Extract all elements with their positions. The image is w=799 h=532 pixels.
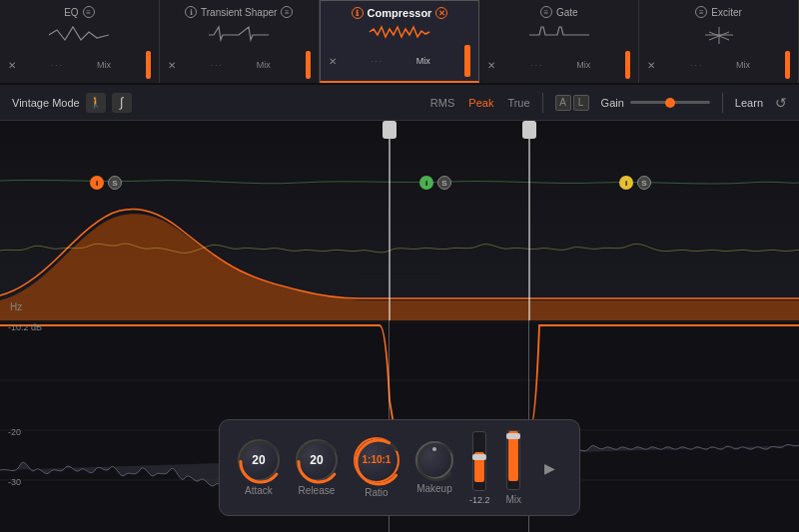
plugin-slot-eq[interactable]: EQ ≡ ✕ · · · Mix xyxy=(0,0,160,83)
spectrum-area: i S i S i S Hz xyxy=(0,121,799,320)
attack-knob-container: 20 Attack xyxy=(238,439,280,496)
transient-fader[interactable] xyxy=(306,51,311,79)
peak-button[interactable]: Peak xyxy=(468,97,493,109)
ratio-knob-container: 1:10:1 Ratio xyxy=(354,437,400,498)
vintage-curve-icon[interactable]: ∫ xyxy=(112,93,132,113)
ratio-label: Ratio xyxy=(365,487,388,498)
marker-s-2[interactable]: S xyxy=(437,176,451,190)
fader2-container: Mix xyxy=(505,430,521,505)
gate-waveform xyxy=(529,22,589,48)
marker-orange-1[interactable]: i xyxy=(90,176,104,190)
db-label-1: -10.2 dB xyxy=(8,322,42,332)
divider-1 xyxy=(542,93,543,113)
compressor-waveform xyxy=(365,19,434,45)
gain-label: Gain xyxy=(601,97,624,109)
marker-s-1[interactable]: S xyxy=(108,176,122,190)
attack-label: Attack xyxy=(245,485,273,496)
fader1-container: -12.2 xyxy=(469,431,490,505)
compressor-close-circle[interactable]: ✕ xyxy=(435,7,447,19)
l-button[interactable]: L xyxy=(573,95,589,111)
fader1-thumb[interactable] xyxy=(472,454,486,460)
marker-badge-3: i S xyxy=(619,176,651,190)
play-button[interactable]: ▶ xyxy=(537,456,561,480)
control-bar: Vintage Mode 🚶 ∫ RMS Peak True A L Gain … xyxy=(0,85,799,121)
attack-knob[interactable]: 20 xyxy=(238,439,280,481)
eq-bottom: ✕ · · · Mix xyxy=(8,51,151,79)
makeup-dot xyxy=(432,447,436,451)
gain-slider-knob[interactable] xyxy=(665,98,675,108)
svg-rect-6 xyxy=(383,121,397,139)
marker-green-2[interactable]: i xyxy=(419,176,433,190)
transient-title: ℹ Transient Shaper ≡ xyxy=(168,6,311,18)
gate-close[interactable]: ✕ xyxy=(487,60,495,71)
plugin-slot-transient[interactable]: ℹ Transient Shaper ≡ ✕ · · · Mix xyxy=(160,0,320,83)
compressor-info-icon[interactable]: ℹ xyxy=(352,7,364,19)
hz-label: Hz xyxy=(10,301,22,312)
exciter-title: ≡ Exciter xyxy=(647,6,790,18)
compressor-fader[interactable] xyxy=(464,45,470,77)
transient-waveform xyxy=(209,22,269,48)
fader2-track[interactable] xyxy=(506,430,520,490)
vintage-person-icon[interactable]: 🚶 xyxy=(86,93,106,113)
makeup-knob[interactable] xyxy=(415,441,453,479)
marker-s-3[interactable]: S xyxy=(637,176,651,190)
main-display: i S i S i S Hz xyxy=(0,121,799,532)
compressor-title: ℹ Compressor ✕ xyxy=(329,7,471,19)
fader2-label: Mix xyxy=(505,494,521,505)
svg-point-20 xyxy=(418,444,454,480)
plugin-slot-compressor[interactable]: ℹ Compressor ✕ ✕ · · · Mix xyxy=(320,0,480,83)
fader1-track[interactable] xyxy=(472,431,486,491)
exciter-close[interactable]: ✕ xyxy=(647,60,655,71)
exciter-options-icon[interactable]: ≡ xyxy=(695,6,707,18)
spectrum-svg xyxy=(0,121,799,320)
rms-peak-section: RMS Peak True xyxy=(430,97,530,109)
transient-close[interactable]: ✕ xyxy=(168,60,176,71)
refresh-icon[interactable]: ↺ xyxy=(775,95,787,111)
makeup-label: Makeup xyxy=(416,483,452,494)
ratio-knob[interactable]: 1:10:1 xyxy=(354,437,400,483)
gate-fader[interactable] xyxy=(625,51,630,79)
marker-badge-1: i S xyxy=(90,176,122,190)
plugin-slot-exciter[interactable]: ≡ Exciter ✕ · · · Mix xyxy=(639,0,799,83)
a-button[interactable]: A xyxy=(555,95,571,111)
fader1-value: -12.2 xyxy=(469,495,490,505)
true-button[interactable]: True xyxy=(507,97,529,109)
vintage-mode-label: Vintage Mode xyxy=(12,97,80,109)
exciter-fader[interactable] xyxy=(785,51,790,79)
controls-panel: 20 Attack 20 Release xyxy=(219,419,580,516)
gain-reduction-area: -10.2 dB -20 -30 Threshold Knee: 0.0 xyxy=(0,320,799,532)
release-knob-container: 20 Release xyxy=(296,439,338,496)
eq-close[interactable]: ✕ xyxy=(8,60,16,71)
gate-bottom: ✕ · · · Mix xyxy=(487,51,630,79)
release-knob[interactable]: 20 xyxy=(296,439,338,481)
marker-yellow-3[interactable]: i xyxy=(619,176,633,190)
transient-info-icon[interactable]: ℹ xyxy=(185,6,197,18)
eq-fader[interactable] xyxy=(146,51,151,79)
al-buttons: A L xyxy=(555,95,589,111)
gain-section: Gain xyxy=(601,97,710,109)
divider-2 xyxy=(722,93,723,113)
transient-options-icon[interactable]: ≡ xyxy=(281,6,293,18)
eq-waveform xyxy=(49,22,109,48)
exciter-waveform xyxy=(689,22,749,48)
fader2-thumb[interactable] xyxy=(506,433,520,439)
compressor-bottom-close[interactable]: ✕ xyxy=(329,56,337,67)
db-label-3: -30 xyxy=(8,477,21,487)
vintage-mode-section: Vintage Mode 🚶 ∫ xyxy=(12,93,132,113)
exciter-bottom: ✕ · · · Mix xyxy=(647,51,790,79)
gate-options-icon[interactable]: ≡ xyxy=(540,6,552,18)
eq-title: EQ ≡ xyxy=(8,6,151,18)
eq-options-icon[interactable]: ≡ xyxy=(83,6,95,18)
makeup-knob-container: Makeup xyxy=(415,441,453,494)
marker-badge-2: i S xyxy=(419,176,451,190)
svg-rect-8 xyxy=(522,121,536,139)
learn-button[interactable]: Learn xyxy=(735,97,763,109)
db-label-2: -20 xyxy=(8,427,21,437)
plugin-slot-gate[interactable]: ≡ Gate ✕ · · · Mix xyxy=(479,0,639,83)
release-label: Release xyxy=(299,485,336,496)
gate-title: ≡ Gate xyxy=(487,6,630,18)
rms-button[interactable]: RMS xyxy=(430,97,454,109)
gain-slider[interactable] xyxy=(630,101,710,104)
transient-bottom: ✕ · · · Mix xyxy=(168,51,311,79)
plugin-bar: EQ ≡ ✕ · · · Mix ℹ Transient Shaper ≡ ✕ … xyxy=(0,0,799,85)
